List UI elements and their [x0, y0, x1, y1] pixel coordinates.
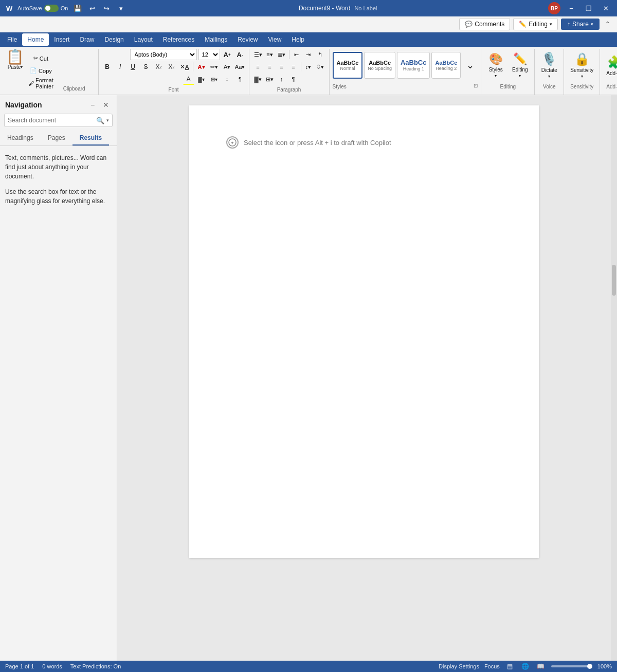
rtl-button[interactable]: ↰: [315, 49, 326, 60]
underline-button[interactable]: U: [128, 61, 139, 72]
share-button[interactable]: ↑ Share ▾: [561, 19, 600, 30]
menu-item-mailings[interactable]: Mailings: [199, 33, 232, 46]
menu-item-review[interactable]: Review: [232, 33, 263, 46]
style-no-spacing[interactable]: AaBbCc No Spacing: [364, 52, 395, 79]
dictate-button[interactable]: 🎙️ Dictate ▾: [538, 49, 560, 82]
line-spacing-button[interactable]: ↕▾: [303, 61, 314, 72]
borders-button[interactable]: ⊞▾: [209, 74, 220, 85]
increase-indent-button[interactable]: ⇥: [303, 49, 314, 60]
styles-dialog-launcher[interactable]: ⊡: [474, 83, 478, 88]
redo-button[interactable]: ↪: [100, 2, 113, 15]
subscript-button[interactable]: X2: [153, 61, 165, 72]
editing-mode-button[interactable]: ✏️ Editing ▾: [513, 18, 558, 30]
search-icon[interactable]: 🔍: [96, 117, 104, 124]
menu-item-home[interactable]: Home: [22, 33, 49, 46]
save-button[interactable]: 💾: [71, 2, 84, 15]
page-status[interactable]: Page 1 of 1: [5, 663, 34, 669]
menu-item-view[interactable]: View: [263, 33, 287, 46]
menu-item-file[interactable]: File: [2, 33, 22, 46]
menu-item-layout[interactable]: Layout: [129, 33, 158, 46]
autosave-toggle[interactable]: [44, 5, 59, 12]
menu-item-help[interactable]: Help: [286, 33, 310, 46]
close-button[interactable]: ✕: [600, 2, 613, 15]
align-right-button[interactable]: ≡: [276, 61, 287, 72]
search-dropdown-arrow[interactable]: ▾: [106, 118, 109, 123]
justify-button[interactable]: ≡: [288, 61, 299, 72]
bullets-button[interactable]: ☰▾: [252, 49, 264, 60]
undo-button[interactable]: ↩: [85, 2, 99, 15]
style-heading1[interactable]: AaBbCc Heading 1: [397, 52, 430, 79]
sort-button[interactable]: ↕: [222, 74, 233, 85]
show-marks-button[interactable]: ¶: [234, 74, 246, 85]
style-normal[interactable]: AaBbCc Normal: [333, 52, 363, 79]
nav-collapse-button[interactable]: −: [87, 99, 98, 111]
sensitivity-button[interactable]: 🔒 Sensitivity ▾: [567, 49, 596, 82]
text-effects-button[interactable]: A▾: [222, 61, 233, 72]
clear-format-button[interactable]: ✕A: [179, 61, 190, 72]
customize-button[interactable]: ▾: [114, 2, 128, 15]
paste-button[interactable]: 📋 Paste ▾: [5, 49, 25, 71]
text-predictions-status[interactable]: Text Predictions: On: [70, 663, 121, 669]
menu-item-design[interactable]: Design: [99, 33, 129, 46]
para-borders-button[interactable]: ⊞▾: [264, 74, 276, 85]
editing-large-button[interactable]: ✏️ Editing ▾: [509, 49, 531, 82]
align-center-button[interactable]: ≡: [264, 61, 276, 72]
menu-item-insert[interactable]: Insert: [49, 33, 75, 46]
format-painter-button[interactable]: 🖌Format Painter: [28, 78, 53, 89]
highlight-button[interactable]: ✏▾: [209, 61, 220, 72]
document-page[interactable]: ✦ Select the icon or press Alt + i to dr…: [189, 105, 539, 558]
view-normal-button[interactable]: ▤: [505, 662, 515, 671]
search-input[interactable]: [8, 117, 94, 124]
decrease-font-button[interactable]: A-: [234, 49, 246, 60]
font-color-button[interactable]: A▾: [196, 61, 207, 72]
scrollbar-thumb[interactable]: [612, 265, 616, 296]
restore-button[interactable]: ❐: [582, 2, 595, 15]
focus-status[interactable]: Focus: [484, 663, 500, 669]
para-shading-button[interactable]: ▓▾: [252, 74, 264, 85]
increase-font-button[interactable]: A+: [222, 49, 233, 60]
display-settings-status[interactable]: Display Settings: [439, 663, 479, 669]
para-showmarks-button[interactable]: ¶: [288, 74, 299, 85]
styles-expand-button[interactable]: ⌄: [462, 49, 478, 82]
decrease-indent-button[interactable]: ⇤: [291, 49, 302, 60]
addins-button[interactable]: 🧩 Add-ins: [603, 49, 617, 82]
para-sort-button[interactable]: ↕: [276, 74, 287, 85]
italic-button[interactable]: I: [115, 61, 126, 72]
style-heading2[interactable]: AaBbCc Heading 2: [431, 52, 461, 79]
menu-item-draw[interactable]: Draw: [75, 33, 99, 46]
shading-button[interactable]: ▓▾: [196, 74, 207, 85]
multilevel-list-button[interactable]: ≣▾: [276, 49, 287, 60]
cut-button[interactable]: ✂Cut: [28, 53, 53, 64]
superscript-button[interactable]: X2: [166, 61, 177, 72]
numbering-button[interactable]: ≡▾: [264, 49, 276, 60]
align-left-button[interactable]: ≡: [252, 61, 264, 72]
minimize-button[interactable]: −: [565, 2, 578, 15]
font-name-select[interactable]: Aptos (Body): [130, 49, 197, 60]
editing-label: Editing: [529, 21, 548, 28]
paragraph-spacing-button[interactable]: ⇳▾: [315, 61, 326, 72]
nav-close-button[interactable]: ✕: [100, 99, 112, 111]
ribbon-collapse-button[interactable]: ⌃: [603, 19, 613, 29]
font-size-select[interactable]: 12: [198, 49, 220, 60]
words-status[interactable]: 0 words: [42, 663, 62, 669]
font-color-highlight[interactable]: A: [183, 74, 194, 85]
document-area[interactable]: ✦ Select the icon or press Alt + i to dr…: [117, 95, 611, 661]
tab-headings[interactable]: Headings: [0, 131, 41, 146]
menu-item-references[interactable]: References: [158, 33, 199, 46]
view-web-button[interactable]: 🌐: [520, 662, 531, 671]
search-box[interactable]: 🔍 ▾: [4, 114, 113, 127]
tab-results[interactable]: Results: [72, 131, 109, 146]
strikethrough-button[interactable]: S: [140, 61, 152, 72]
view-read-button[interactable]: 📖: [536, 662, 546, 671]
svg-text:W: W: [6, 5, 13, 12]
zoom-slider[interactable]: [551, 665, 592, 667]
zoom-level[interactable]: 100%: [597, 663, 612, 669]
vertical-scrollbar[interactable]: [611, 95, 617, 661]
change-case-button[interactable]: Aa▾: [234, 61, 246, 72]
tab-pages[interactable]: Pages: [41, 131, 72, 146]
user-avatar[interactable]: BP: [548, 2, 560, 14]
bold-button[interactable]: B: [102, 61, 113, 72]
comments-button[interactable]: 💬 Comments: [459, 18, 510, 30]
styles-large-button[interactable]: 🎨 Styles ▾: [484, 49, 507, 82]
copy-button[interactable]: 📄Copy: [28, 65, 53, 77]
